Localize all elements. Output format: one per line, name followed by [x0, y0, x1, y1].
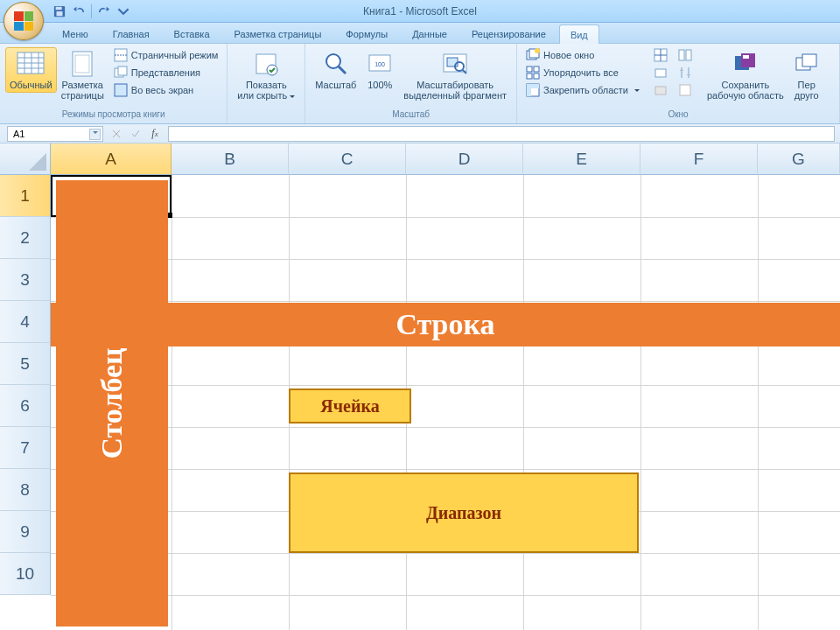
row-header-5[interactable]: 5 [0, 343, 51, 385]
svg-rect-1 [56, 6, 62, 10]
worksheet-grid[interactable]: A B C D E F G 1 2 3 4 5 6 7 8 9 10 [0, 144, 840, 630]
switch-windows-button[interactable]: Пер друго [788, 47, 825, 103]
new-window-button[interactable]: Новое окно [522, 47, 643, 63]
enter-formula-button[interactable] [128, 126, 144, 142]
formula-input[interactable] [168, 126, 835, 142]
qat-separator [91, 4, 92, 18]
column-header-b[interactable]: B [172, 144, 289, 175]
reset-position-button[interactable] [675, 82, 696, 98]
chevron-down-icon [117, 5, 130, 18]
svg-rect-16 [115, 84, 127, 96]
tab-menu[interactable]: Меню [51, 24, 100, 43]
row-header-7[interactable]: 7 [0, 427, 51, 469]
switch-windows-label: Пер друго [794, 78, 819, 101]
zoom-button[interactable]: Масштаб [311, 47, 360, 93]
formula-bar: fx [0, 124, 840, 144]
hide-window-button[interactable] [650, 65, 671, 80]
full-screen-button[interactable]: Во весь экран [110, 82, 222, 98]
custom-views-button[interactable]: Представления [110, 65, 222, 80]
zoom-selection-icon [441, 50, 469, 78]
split-icon [654, 48, 668, 62]
zoom-selection-label: Масштабировать выделенный фрагмент [403, 78, 507, 101]
fx-icon: fx [151, 127, 158, 140]
name-box-dropdown[interactable] [89, 129, 101, 140]
unhide-window-button[interactable] [650, 82, 671, 98]
office-button[interactable] [4, 2, 44, 40]
range-overlay-label: Диапазон [426, 503, 501, 523]
side-by-side-icon [678, 48, 692, 62]
group-views-caption: Режимы просмотра книги [0, 109, 227, 123]
column-header-e[interactable]: E [523, 144, 640, 175]
insert-function-button[interactable]: fx [147, 126, 163, 142]
cancel-formula-button[interactable] [108, 126, 124, 142]
normal-view-button[interactable]: Обычный [5, 47, 57, 93]
name-box[interactable] [7, 126, 103, 142]
page-layout-view-button[interactable]: Разметка страницы [57, 47, 108, 103]
tab-formulas[interactable]: Формулы [334, 24, 399, 43]
svg-point-29 [535, 48, 540, 53]
group-zoom: Масштаб 100 100% Масштабировать выделенн… [305, 44, 517, 123]
freeze-panes-button[interactable]: Закрепить области [522, 82, 643, 98]
qat-redo-button[interactable] [95, 3, 113, 20]
svg-text:100: 100 [374, 61, 385, 67]
row-header-1[interactable]: 1 [0, 175, 51, 217]
check-icon [131, 130, 140, 138]
column-overlay-label: Столбец [95, 347, 129, 458]
cells-area[interactable]: Столбец Строка Ячейка Диапазон [51, 175, 840, 630]
custom-views-label: Представления [131, 67, 200, 78]
cell-overlay-label: Ячейка [320, 396, 379, 416]
tab-home[interactable]: Главная [102, 24, 161, 43]
row-header-4[interactable]: 4 [0, 301, 51, 343]
tab-view[interactable]: Вид [559, 24, 599, 44]
select-all-corner[interactable] [0, 144, 51, 175]
svg-rect-33 [534, 74, 539, 79]
reset-position-icon [678, 83, 692, 97]
show-hide-button[interactable]: Показать или скрыть [233, 47, 299, 103]
row-header-10[interactable]: 10 [0, 553, 51, 595]
group-window: Новое окно Упорядочить все Закрепить обл… [517, 44, 840, 123]
column-headers: A B C D E F G [51, 144, 840, 175]
tab-data[interactable]: Данные [401, 24, 458, 43]
column-header-f[interactable]: F [640, 144, 758, 175]
qat-save-button[interactable] [51, 3, 68, 20]
sync-scroll-button[interactable] [675, 65, 696, 80]
formula-controls: fx [108, 126, 163, 142]
column-header-d[interactable]: D [406, 144, 523, 175]
row-header-2[interactable]: 2 [0, 217, 51, 259]
normal-view-icon [17, 50, 45, 78]
column-header-a[interactable]: A [51, 144, 172, 175]
office-logo-icon [14, 11, 33, 31]
full-screen-icon [114, 83, 128, 97]
svg-rect-49 [802, 54, 816, 66]
save-workspace-icon [732, 50, 760, 78]
view-side-by-side-button[interactable] [675, 47, 696, 63]
column-header-c[interactable]: C [289, 144, 406, 175]
range-overlay: Диапазон [289, 472, 639, 553]
zoom-label: Масштаб [315, 78, 356, 90]
row-header-9[interactable]: 9 [0, 511, 51, 553]
arrange-all-button[interactable]: Упорядочить все [522, 65, 643, 80]
save-workspace-button[interactable]: Сохранить рабочую область [703, 47, 788, 103]
row-header-8[interactable]: 8 [0, 469, 51, 511]
qat-undo-button[interactable] [70, 3, 88, 20]
svg-point-19 [326, 54, 340, 68]
hide-icon [654, 66, 668, 80]
arrange-all-icon [526, 66, 540, 80]
svg-rect-43 [686, 50, 691, 60]
tab-page-layout[interactable]: Разметка страницы [223, 24, 333, 43]
tab-review[interactable]: Рецензирование [460, 24, 557, 43]
name-box-input[interactable] [11, 128, 81, 140]
zoom-100-button[interactable]: 100 100% [360, 47, 399, 93]
split-button[interactable] [650, 47, 671, 63]
row-header-6[interactable]: 6 [0, 385, 51, 427]
svg-rect-40 [655, 69, 666, 77]
page-break-preview-button[interactable]: Страничный режим [110, 47, 222, 63]
qat-customize-button[interactable] [115, 3, 132, 20]
undo-icon [73, 5, 85, 18]
tab-insert[interactable]: Вставка [163, 24, 221, 43]
zoom-to-selection-button[interactable]: Масштабировать выделенный фрагмент [399, 47, 511, 103]
column-header-g[interactable]: G [758, 144, 840, 175]
row-header-3[interactable]: 3 [0, 259, 51, 301]
svg-line-20 [339, 66, 346, 74]
page-break-label: Страничный режим [131, 50, 219, 60]
